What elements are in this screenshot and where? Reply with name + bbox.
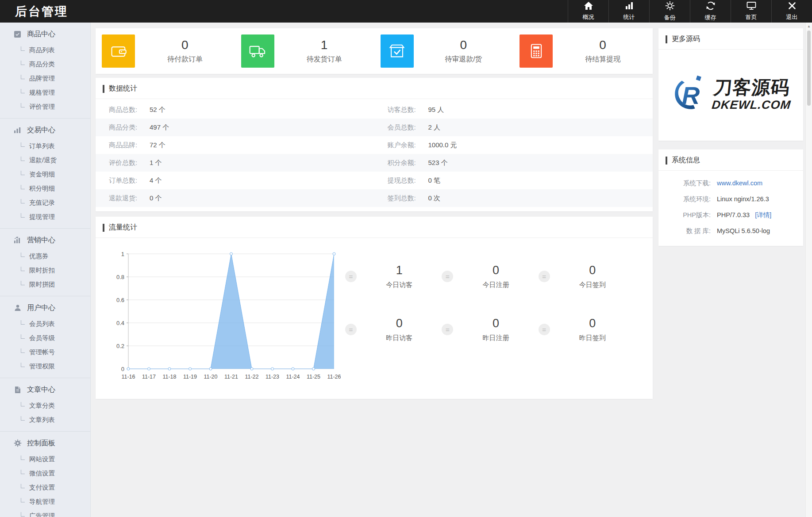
tree-branch-icon bbox=[21, 320, 25, 325]
sidebar-item[interactable]: 文章分类 bbox=[0, 398, 90, 413]
svg-text:0: 0 bbox=[121, 366, 124, 372]
app-title: 后台管理 bbox=[0, 4, 68, 19]
stat-row-value: 72 个 bbox=[150, 141, 165, 149]
sidebar-section-users[interactable]: 用户中心 bbox=[0, 299, 90, 317]
php-detail-link[interactable]: [详情] bbox=[755, 211, 771, 219]
traffic-statistics-card: 流量统计 00.20.40.60.8111-1611-1711-1811-191… bbox=[96, 217, 653, 399]
sidebar-item[interactable]: 规格管理 bbox=[0, 85, 90, 100]
nav-frontend-home[interactable]: 首页 bbox=[731, 0, 771, 23]
sidebar-item[interactable]: 限时拼团 bbox=[0, 277, 90, 291]
tree-branch-icon bbox=[21, 456, 25, 460]
gear-icon bbox=[665, 1, 675, 12]
sidebar-item[interactable]: 管理帐号 bbox=[0, 345, 90, 359]
sidebar-item[interactable]: 商品列表 bbox=[0, 43, 90, 57]
sidebar-item[interactable]: 资金明细 bbox=[0, 167, 90, 181]
sidebar-section-control-panel[interactable]: 控制面板 bbox=[0, 434, 90, 452]
tree-branch-icon bbox=[21, 498, 25, 502]
sidebar-item[interactable]: 导航管理 bbox=[0, 494, 90, 509]
more-source-title: 更多源码 bbox=[658, 28, 803, 50]
tree-branch-icon bbox=[21, 267, 25, 271]
sidebar-item[interactable]: 微信设置 bbox=[0, 466, 90, 480]
stat-value: 0 bbox=[553, 38, 653, 52]
system-download-link[interactable]: www.dkewl.com bbox=[717, 180, 762, 187]
nav-overview[interactable]: 概况 bbox=[568, 0, 608, 23]
trend-chart-icon bbox=[13, 237, 22, 244]
nav-statistics[interactable]: 统计 bbox=[608, 0, 649, 23]
stat-label: 待发货订单 bbox=[274, 55, 374, 64]
stat-row-label: 签到总数: bbox=[388, 194, 428, 203]
more-source-card: 更多源码 R 刀客源码 bbox=[658, 28, 803, 141]
nav-backup[interactable]: 备份 bbox=[649, 0, 690, 23]
sidebar-item[interactable]: 会员列表 bbox=[0, 317, 90, 331]
divider bbox=[0, 431, 90, 432]
sidebar-item[interactable]: 评价管理 bbox=[0, 100, 90, 114]
scrollbar-thumb[interactable] bbox=[807, 31, 811, 106]
equals-icon: = bbox=[442, 271, 453, 282]
counter-label: 昨日签到 bbox=[550, 334, 635, 342]
data-stats-row: 商品总数: 52 个 访客总数: 95 人 bbox=[96, 101, 653, 119]
sidebar-item[interactable]: 支付设置 bbox=[0, 480, 90, 494]
stat-row-value: 52 个 bbox=[150, 106, 165, 114]
stat-row-value: 95 人 bbox=[428, 106, 444, 114]
nav-logout[interactable]: 退出 bbox=[771, 0, 812, 23]
svg-text:11-18: 11-18 bbox=[162, 374, 176, 380]
counter-value: 1 bbox=[357, 264, 442, 277]
accent-bar bbox=[666, 35, 667, 43]
sidebar-section-goods[interactable]: 商品中心 bbox=[0, 25, 90, 43]
svg-text:11-26: 11-26 bbox=[327, 374, 341, 380]
tree-branch-icon bbox=[21, 103, 25, 107]
stat-pending-shipment: 1 待发货订单 bbox=[235, 28, 374, 74]
svg-text:11-23: 11-23 bbox=[266, 374, 279, 380]
traffic-counter: = 0 昨日访客 bbox=[345, 317, 442, 342]
tree-branch-icon bbox=[21, 416, 25, 421]
nav-cache[interactable]: 缓存 bbox=[690, 0, 731, 23]
stat-row-label: 订单总数: bbox=[109, 176, 150, 185]
sidebar-item[interactable]: 商品分类 bbox=[0, 57, 90, 71]
sidebar-item[interactable]: 积分明细 bbox=[0, 181, 90, 195]
counter-label: 今日注册 bbox=[453, 281, 538, 289]
counter-value: 0 bbox=[453, 317, 538, 330]
gear-icon bbox=[13, 439, 22, 447]
sidebar-item[interactable]: 文章列表 bbox=[0, 413, 90, 427]
sidebar-item[interactable]: 充值记录 bbox=[0, 195, 90, 210]
home-icon bbox=[584, 1, 593, 12]
sidebar-section-trade[interactable]: 交易中心 bbox=[0, 121, 90, 139]
data-statistics-title: 数据统计 bbox=[96, 78, 653, 99]
sidebar-item[interactable]: 限时折扣 bbox=[0, 263, 90, 277]
equals-icon: = bbox=[539, 324, 550, 335]
sidebar-section-articles[interactable]: 文章中心 bbox=[0, 381, 90, 398]
sidebar-item[interactable]: 优惠券 bbox=[0, 249, 90, 263]
sidebar-item[interactable]: 提现管理 bbox=[0, 210, 90, 224]
divider bbox=[0, 118, 90, 119]
tree-branch-icon bbox=[21, 253, 25, 257]
tree-branch-icon bbox=[21, 470, 25, 474]
tree-branch-icon bbox=[21, 199, 25, 203]
scroll-up-arrow[interactable]: ▲ bbox=[806, 24, 812, 28]
sidebar-item[interactable]: 退款/退货 bbox=[0, 153, 90, 167]
tree-branch-icon bbox=[21, 171, 25, 175]
svg-text:11-22: 11-22 bbox=[245, 374, 258, 380]
tree-branch-icon bbox=[21, 402, 25, 406]
sidebar-item[interactable]: 品牌管理 bbox=[0, 71, 90, 85]
tree-branch-icon bbox=[21, 512, 25, 517]
system-info-rows: 系统下载: www.dkewl.com 系统环境: Linux nginx/1.… bbox=[658, 171, 803, 239]
calculator-icon bbox=[520, 34, 553, 68]
counter-value: 0 bbox=[357, 317, 442, 330]
dkewl-logo[interactable]: R 刀客源码 DKEWL.COM bbox=[658, 50, 803, 141]
stat-row-value: 1 个 bbox=[150, 159, 162, 167]
truck-icon bbox=[241, 34, 274, 68]
sidebar-item[interactable]: 广告管理 bbox=[0, 509, 90, 517]
sidebar-item[interactable]: 会员等级 bbox=[0, 331, 90, 345]
divider bbox=[0, 378, 90, 378]
tree-branch-icon bbox=[21, 348, 25, 353]
scrollbar: ▲ bbox=[805, 23, 812, 517]
tree-branch-icon bbox=[21, 363, 25, 367]
stat-label: 待结算提现 bbox=[553, 55, 653, 64]
sidebar-item[interactable]: 管理权限 bbox=[0, 359, 90, 373]
sidebar-section-marketing[interactable]: 营销中心 bbox=[0, 231, 90, 249]
accent-bar bbox=[103, 224, 104, 232]
svg-text:0.4: 0.4 bbox=[116, 320, 124, 326]
logo-letter: R bbox=[682, 81, 700, 109]
sidebar-item[interactable]: 订单列表 bbox=[0, 139, 90, 153]
sidebar-item[interactable]: 网站设置 bbox=[0, 452, 90, 466]
